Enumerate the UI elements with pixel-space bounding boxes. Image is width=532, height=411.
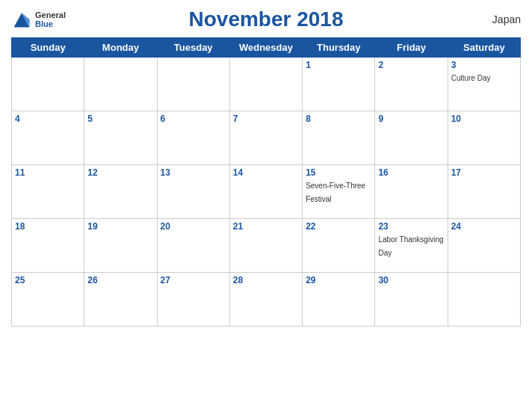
holiday-name: Seven-Five-Three Festival — [306, 182, 365, 203]
day-number: 6 — [161, 114, 226, 124]
calendar-body: 123Culture Day456789101112131415Seven-Fi… — [12, 58, 521, 327]
calendar-cell — [157, 58, 229, 111]
header-wednesday: Wednesday — [229, 38, 302, 58]
calendar-cell: 7 — [229, 111, 302, 165]
day-number: 11 — [15, 167, 81, 178]
logo-text: General Blue — [35, 10, 66, 28]
calendar-cell: 13 — [157, 165, 229, 219]
holiday-name: Labor Thanksgiving Day — [378, 235, 443, 257]
week-row-2: 45678910 — [12, 111, 521, 165]
calendar-cell: 12 — [84, 165, 157, 219]
day-number: 7 — [233, 114, 299, 124]
day-number: 1 — [306, 60, 371, 70]
calendar-cell: 25 — [12, 273, 84, 327]
day-number: 13 — [161, 167, 226, 178]
calendar-cell: 19 — [84, 219, 157, 273]
country-label: Japan — [492, 13, 521, 25]
calendar-cell — [229, 58, 302, 111]
calendar-cell: 17 — [448, 165, 520, 219]
day-number: 15 — [306, 167, 371, 178]
header-tuesday: Tuesday — [157, 38, 229, 58]
calendar-cell: 26 — [84, 273, 157, 327]
week-row-5: 252627282930 — [12, 273, 521, 327]
day-number: 17 — [451, 167, 517, 178]
logo-general: General — [35, 10, 66, 19]
calendar-cell: 6 — [157, 111, 229, 165]
day-number: 27 — [161, 275, 226, 285]
day-number: 18 — [15, 221, 81, 232]
day-number: 10 — [451, 114, 517, 124]
calendar-cell: 14 — [229, 165, 302, 219]
logo-blue: Blue — [35, 19, 66, 28]
calendar-cell: 18 — [12, 219, 84, 273]
calendar-cell: 22 — [303, 219, 375, 273]
day-number: 28 — [233, 275, 299, 285]
calendar-cell — [84, 58, 157, 111]
day-number: 23 — [378, 221, 444, 232]
day-number: 26 — [87, 275, 153, 285]
header-thursday: Thursday — [303, 38, 375, 58]
week-row-1: 123Culture Day — [12, 58, 521, 111]
calendar-container: General Blue November 2018 Japan Sunday … — [0, 0, 532, 411]
header-saturday: Saturday — [448, 38, 520, 58]
calendar-grid: Sunday Monday Tuesday Wednesday Thursday… — [11, 37, 521, 327]
calendar-cell: 4 — [12, 111, 84, 165]
calendar-cell: 2 — [375, 58, 448, 111]
calendar-cell: 10 — [448, 111, 520, 165]
day-number: 21 — [233, 221, 299, 232]
calendar-cell — [12, 58, 84, 111]
day-number: 22 — [306, 221, 371, 232]
logo-icon — [11, 9, 32, 30]
day-number: 9 — [378, 114, 444, 124]
header-sunday: Sunday — [12, 38, 84, 58]
calendar-cell: 1 — [303, 58, 375, 111]
calendar-cell: 16 — [375, 165, 448, 219]
calendar-cell: 20 — [157, 219, 229, 273]
calendar-cell: 21 — [229, 219, 302, 273]
calendar-cell — [448, 273, 520, 327]
day-number: 8 — [306, 114, 371, 124]
calendar-cell: 5 — [84, 111, 157, 165]
holiday-name: Culture Day — [451, 74, 491, 82]
day-number: 5 — [87, 114, 153, 124]
calendar-cell: 29 — [303, 273, 375, 327]
day-number: 16 — [378, 167, 444, 178]
calendar-cell: 30 — [375, 273, 448, 327]
week-row-3: 1112131415Seven-Five-Three Festival1617 — [12, 165, 521, 219]
calendar-cell: 23Labor Thanksgiving Day — [375, 219, 448, 273]
day-number: 2 — [378, 60, 444, 70]
day-number: 14 — [233, 167, 299, 178]
day-number: 3 — [451, 60, 517, 70]
calendar-cell: 24 — [448, 219, 520, 273]
calendar-cell: 27 — [157, 273, 229, 327]
calendar-cell: 9 — [375, 111, 448, 165]
logo: General Blue — [11, 9, 66, 30]
day-number: 12 — [87, 167, 153, 178]
day-number: 19 — [87, 221, 153, 232]
days-header-row: Sunday Monday Tuesday Wednesday Thursday… — [12, 38, 521, 58]
week-row-4: 181920212223Labor Thanksgiving Day24 — [12, 219, 521, 273]
header-friday: Friday — [375, 38, 448, 58]
calendar-cell: 28 — [229, 273, 302, 327]
calendar-header: General Blue November 2018 Japan — [11, 7, 521, 31]
calendar-cell: 3Culture Day — [448, 58, 520, 111]
day-number: 4 — [15, 114, 81, 124]
calendar-cell: 8 — [303, 111, 375, 165]
day-number: 30 — [378, 275, 444, 285]
calendar-cell: 11 — [12, 165, 84, 219]
day-number: 20 — [161, 221, 226, 232]
calendar-cell: 15Seven-Five-Three Festival — [303, 165, 375, 219]
day-number: 29 — [306, 275, 371, 285]
header-monday: Monday — [84, 38, 157, 58]
day-number: 25 — [15, 275, 81, 285]
month-title: November 2018 — [188, 7, 343, 31]
day-number: 24 — [451, 221, 517, 232]
